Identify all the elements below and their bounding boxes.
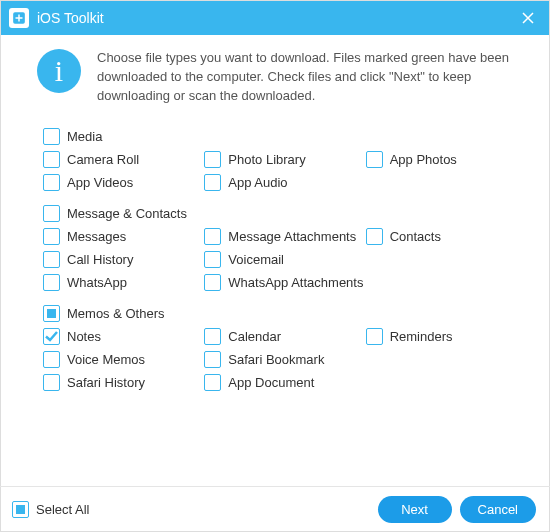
select-all-label: Select All [36, 502, 89, 517]
checkbox-app-photos[interactable]: App Photos [366, 151, 527, 168]
group-message-contacts: Message & Contacts Messages Message Atta… [23, 205, 527, 291]
checkbox-notes[interactable]: Notes [43, 328, 204, 345]
titlebar: iOS Toolkit [1, 1, 549, 35]
checkbox-voice-memos[interactable]: Voice Memos [43, 351, 204, 368]
checkbox-safari-bookmark[interactable]: Safari Bookmark [204, 351, 365, 368]
group-media-checkbox[interactable]: Media [43, 128, 527, 145]
group-message-contacts-checkbox[interactable]: Message & Contacts [43, 205, 527, 222]
checkbox-voicemail[interactable]: Voicemail [204, 251, 365, 268]
checkbox-contacts[interactable]: Contacts [366, 228, 527, 245]
select-all-checkbox[interactable]: Select All [12, 501, 89, 518]
group-memos-others-label: Memos & Others [67, 306, 165, 321]
cancel-button[interactable]: Cancel [460, 496, 536, 523]
checkbox-whatsapp[interactable]: WhatsApp [43, 274, 204, 291]
content-area: i Choose file types you want to download… [1, 35, 549, 391]
intro-row: i Choose file types you want to download… [23, 49, 527, 106]
checkbox-call-history[interactable]: Call History [43, 251, 204, 268]
group-message-contacts-label: Message & Contacts [67, 206, 187, 221]
footer-bar: Select All Next Cancel [0, 486, 550, 532]
group-memos-others-checkbox[interactable]: Memos & Others [43, 305, 527, 322]
checkbox-calendar[interactable]: Calendar [204, 328, 365, 345]
checkbox-app-document[interactable]: App Document [204, 374, 365, 391]
group-media: Media Camera Roll Photo Library App Phot… [23, 128, 527, 191]
checkbox-messages[interactable]: Messages [43, 228, 204, 245]
next-button[interactable]: Next [378, 496, 452, 523]
checkbox-whatsapp-attachments[interactable]: WhatsApp Attachments [204, 274, 365, 291]
checkbox-photo-library[interactable]: Photo Library [204, 151, 365, 168]
info-icon: i [37, 49, 81, 93]
checkbox-safari-history[interactable]: Safari History [43, 374, 204, 391]
intro-text: Choose file types you want to download. … [97, 49, 527, 106]
close-icon[interactable] [517, 7, 539, 29]
app-icon [9, 8, 29, 28]
window-title: iOS Toolkit [37, 10, 517, 26]
checkbox-app-audio[interactable]: App Audio [204, 174, 365, 191]
checkbox-reminders[interactable]: Reminders [366, 328, 527, 345]
checkbox-message-attachments[interactable]: Message Attachments [204, 228, 365, 245]
checkbox-app-videos[interactable]: App Videos [43, 174, 204, 191]
group-media-label: Media [67, 129, 102, 144]
group-memos-others: Memos & Others Notes Calendar Reminders … [23, 305, 527, 391]
checkbox-camera-roll[interactable]: Camera Roll [43, 151, 204, 168]
